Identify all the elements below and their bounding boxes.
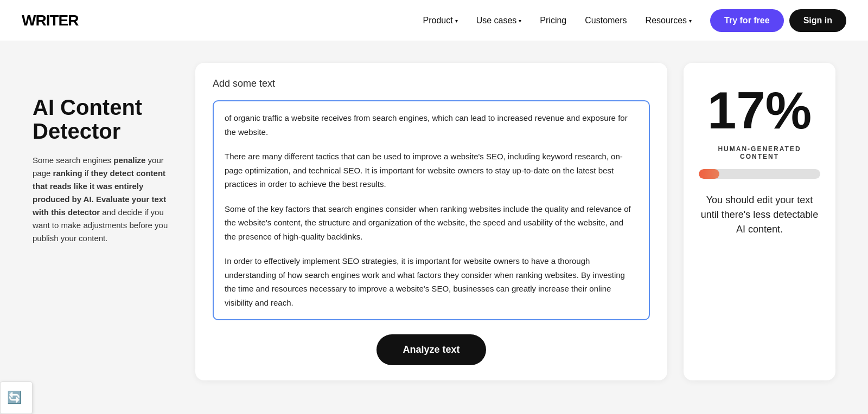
sign-in-button[interactable]: Sign in (789, 9, 846, 32)
text-area-label: Add some text (213, 78, 650, 89)
try-for-free-button[interactable]: Try for free (710, 9, 784, 32)
page-title: AI Content Detector (33, 95, 179, 143)
text-paragraph-4: In order to effectively implement SEO st… (225, 254, 631, 309)
nav-links: Product ▾ Use cases ▾ Pricing Customers … (415, 9, 846, 32)
logo[interactable]: WRITER (22, 12, 78, 29)
nav-resources[interactable]: Resources ▾ (638, 11, 699, 30)
nav-pricing[interactable]: Pricing (532, 11, 574, 30)
chevron-down-icon: ▾ (519, 18, 521, 24)
percentage-value: 17% (707, 85, 812, 137)
text-input-area[interactable]: of organic traffic a website receives fr… (213, 100, 650, 320)
result-message: You should edit your text until there's … (699, 193, 820, 237)
nav-customers[interactable]: Customers (577, 11, 634, 30)
chevron-down-icon: ▾ (689, 18, 692, 24)
nav-product[interactable]: Product ▾ (415, 11, 465, 30)
nav-cta: Try for free Sign in (710, 9, 846, 32)
percentage-label: HUMAN-GENERATED CONTENT (699, 145, 820, 160)
text-paragraph-1: of organic traffic a website receives fr… (225, 111, 631, 139)
text-paragraph-2: There are many different tactics that ca… (225, 150, 631, 191)
nav-use-cases[interactable]: Use cases ▾ (469, 11, 529, 30)
analyze-text-button[interactable]: Analyze text (376, 334, 486, 365)
navigation: WRITER Product ▾ Use cases ▾ Pricing Cus… (0, 0, 868, 41)
right-panel: 17% HUMAN-GENERATED CONTENT You should e… (684, 63, 835, 380)
recaptcha-badge: 🔄 (0, 381, 33, 414)
analyze-button-row: Analyze text (213, 331, 650, 365)
recaptcha-icon: 🔄 (7, 391, 22, 405)
page-content: AI Content Detector Some search engines … (11, 41, 857, 402)
chevron-down-icon: ▾ (455, 18, 458, 24)
left-panel: AI Content Detector Some search engines … (33, 63, 179, 380)
text-scroll-container[interactable]: of organic traffic a website receives fr… (225, 111, 638, 309)
progress-bar-fill (699, 169, 719, 179)
text-paragraph-3: Some of the key factors that search engi… (225, 202, 631, 244)
page-description: Some search engines penalize your page r… (33, 154, 179, 245)
progress-bar (699, 169, 820, 179)
center-panel: Add some text of organic traffic a websi… (195, 63, 667, 380)
